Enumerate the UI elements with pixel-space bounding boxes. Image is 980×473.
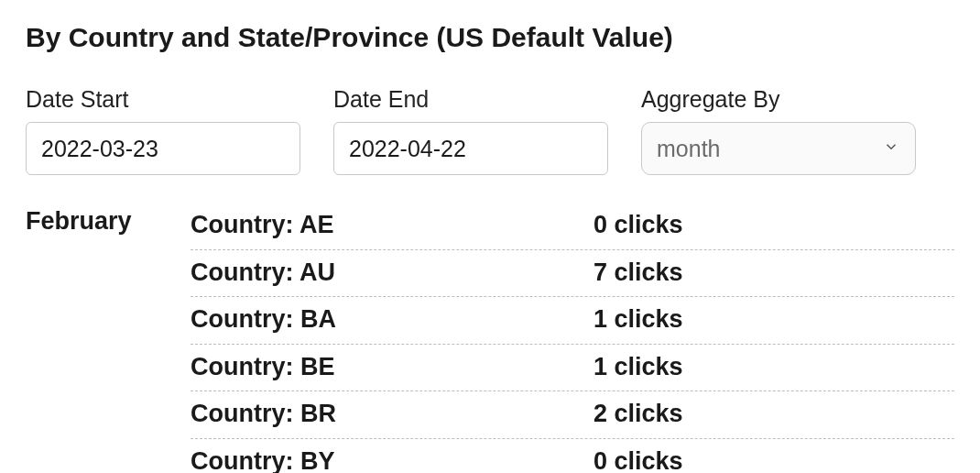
rows-column: Country: AE0 clicksCountry: AU7 clicksCo… [191, 203, 954, 473]
table-row: Country: BE1 clicks [191, 345, 954, 392]
table-row: Country: BR2 clicks [191, 391, 954, 439]
date-start-group: Date Start [26, 86, 300, 175]
date-end-label: Date End [333, 86, 608, 113]
country-cell: Country: AU [191, 254, 593, 292]
country-cell: Country: BR [191, 395, 593, 433]
clicks-cell: 1 clicks [593, 301, 954, 338]
table-row: Country: BA1 clicks [191, 297, 954, 345]
aggregate-group: Aggregate By month [641, 86, 916, 175]
aggregate-label: Aggregate By [641, 86, 916, 113]
country-cell: Country: AE [191, 206, 593, 244]
page-title: By Country and State/Province (US Defaul… [26, 22, 954, 53]
clicks-cell: 2 clicks [593, 395, 954, 433]
aggregate-select[interactable]: month [641, 122, 916, 175]
date-start-label: Date Start [26, 86, 300, 113]
clicks-cell: 0 clicks [593, 443, 954, 474]
clicks-cell: 1 clicks [593, 348, 954, 386]
country-cell: Country: BA [191, 301, 593, 338]
clicks-cell: 7 clicks [593, 254, 954, 292]
month-column: February [26, 203, 154, 473]
date-end-group: Date End [333, 86, 608, 175]
date-end-input[interactable] [333, 122, 608, 175]
table-row: Country: AE0 clicks [191, 203, 954, 250]
table-row: Country: BY0 clicks [191, 439, 954, 474]
country-cell: Country: BE [191, 348, 593, 386]
results-section: February Country: AE0 clicksCountry: AU7… [26, 203, 954, 473]
country-cell: Country: BY [191, 443, 593, 474]
table-row: Country: AU7 clicks [191, 250, 954, 298]
clicks-cell: 0 clicks [593, 206, 954, 244]
date-start-input[interactable] [26, 122, 300, 175]
month-label: February [26, 203, 154, 240]
filters-row: Date Start Date End Aggregate By month [26, 86, 954, 175]
aggregate-select-wrap[interactable]: month [641, 122, 916, 175]
